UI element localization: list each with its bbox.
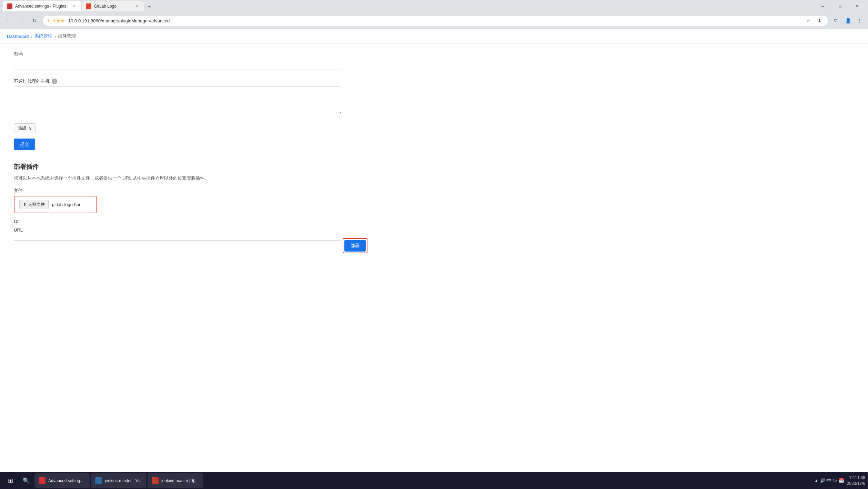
clock-time: 12:11:38 (847, 475, 865, 481)
tab-advanced-settings[interactable]: Advanced settings - Plugins | ✕ (3, 1, 81, 11)
title-bar: Advanced settings - Plugins | ✕ GitLab L… (0, 0, 868, 12)
address-text: 10.0.0.191:8080/manage/pluginManager/adv… (68, 18, 801, 23)
minimize-button[interactable]: ─ (815, 1, 831, 12)
toolbar-right: 🛡 👤 ⋮ (831, 15, 865, 26)
no-proxy-help-icon[interactable]: ? (52, 79, 57, 84)
taskbar-icon-jenkins (39, 477, 46, 484)
password-label: 密码 (14, 51, 854, 57)
breadcrumb-system-management[interactable]: 系统管理 (34, 33, 52, 39)
deploy-button-wrapper: 部署 (343, 238, 367, 253)
extensions-icon[interactable]: 🛡 (831, 15, 842, 26)
address-bar: ← → ↻ ⚠ 不安全 10.0.0.191:8080/manage/plugi… (0, 12, 868, 29)
main-content-area[interactable]: 密码 不通过代理的主机 ? 高级 ∨ 提交 (0, 44, 868, 472)
no-proxy-label: 不通过代理的主机 ? (14, 78, 854, 84)
selected-file-name: gitlab-logo.hpi (52, 202, 80, 207)
clock-date: 2023/12/6 (847, 481, 865, 487)
advanced-toggle[interactable]: 高级 ∨ (14, 123, 36, 133)
ime-icon[interactable]: 中 (827, 478, 831, 484)
tab-gitlab-logo[interactable]: GitLab Logo ✕ (82, 1, 144, 11)
maximize-button[interactable]: □ (832, 1, 848, 12)
or-divider: Or (14, 219, 854, 224)
taskbar-icon-jenkins-0 (152, 477, 159, 484)
network-icon[interactable]: ▲ (814, 478, 819, 483)
taskbar-search-button[interactable]: 🔍 (19, 474, 33, 488)
system-tray: ▲ 🔊 中 🛡 📅 (814, 478, 844, 484)
upload-icon: ⬆ (23, 202, 27, 207)
taskbar-item-jenkins-master-0[interactable]: jenkins-master [0]... (148, 473, 203, 488)
back-button[interactable]: ← (3, 15, 14, 26)
tab-close-advanced-settings[interactable]: ✕ (71, 3, 77, 9)
breadcrumb-sep-2: › (54, 34, 56, 39)
start-button[interactable]: ⊞ (3, 473, 18, 488)
taskbar-label-jenkins-master-v: jenkins-master - V... (105, 478, 141, 483)
file-upload-box: ⬆ 选择文件 gitlab-logo.hpi (14, 196, 97, 213)
notification-icon[interactable]: 🛡 (833, 478, 837, 483)
submit-button[interactable]: 提交 (14, 139, 35, 150)
bookmark-icon[interactable]: ☆ (804, 16, 813, 26)
volume-icon[interactable]: 🔊 (820, 478, 826, 483)
tab-bar: Advanced settings - Plugins | ✕ GitLab L… (3, 1, 814, 11)
taskbar-icon-vscode (95, 477, 102, 484)
tab-favicon-jenkins (7, 3, 12, 9)
taskbar-right-area: ▲ 🔊 中 🛡 📅 12:11:38 2023/12/6 (814, 475, 865, 487)
taskbar-item-advanced-settings[interactable]: Advanced setting... (34, 473, 90, 488)
chevron-down-icon: ∨ (29, 126, 32, 131)
breadcrumb-dashboard[interactable]: Dashboard (7, 34, 29, 39)
taskbar-label-jenkins-master-0: jenkins-master [0]... (161, 478, 198, 483)
taskbar: ⊞ 🔍 Advanced setting... jenkins-master -… (0, 472, 868, 489)
tab-favicon-gitlab (86, 3, 91, 9)
close-button[interactable]: ✕ (849, 1, 865, 12)
forward-button[interactable]: → (16, 15, 27, 26)
window-controls: ─ □ ✕ (815, 1, 865, 12)
form-section-password: 密码 (14, 51, 854, 70)
breadcrumb-plugin-management: 插件管理 (58, 33, 76, 39)
advanced-toggle-label: 高级 (18, 125, 27, 131)
datetime-icon: 📅 (839, 478, 844, 483)
deploy-section-title: 部署插件 (14, 163, 854, 171)
password-input[interactable] (14, 59, 341, 70)
menu-icon[interactable]: ⋮ (854, 15, 865, 26)
address-icons: ☆ ⬇ (804, 16, 824, 26)
security-warning-icon: ⚠ (47, 18, 50, 23)
security-warning-text: 不安全 (52, 18, 65, 24)
reload-button[interactable]: ↻ (29, 15, 40, 26)
taskbar-item-jenkins-master-v[interactable]: jenkins-master - V... (91, 473, 146, 488)
breadcrumb-sep-1: › (31, 34, 32, 39)
no-proxy-textarea[interactable] (14, 86, 341, 114)
taskbar-clock: 12:11:38 2023/12/6 (847, 475, 865, 487)
page-content: Dashboard › 系统管理 › 插件管理 密码 不通过代理的主机 ? (0, 29, 868, 472)
download-icon[interactable]: ⬇ (815, 16, 824, 26)
tab-label-gitlab-logo: GitLab Logo (94, 4, 131, 9)
submit-section: 提交 (14, 139, 854, 150)
url-input[interactable] (14, 240, 341, 251)
profile-icon[interactable]: 👤 (842, 15, 854, 26)
breadcrumb: Dashboard › 系统管理 › 插件管理 (0, 29, 868, 44)
address-input[interactable]: ⚠ 不安全 10.0.0.191:8080/manage/pluginManag… (42, 15, 829, 26)
file-upload-label: 文件 (14, 187, 854, 194)
choose-file-button[interactable]: ⬆ 选择文件 (19, 200, 49, 209)
tab-close-gitlab-logo[interactable]: ✕ (134, 3, 140, 9)
tab-label-advanced-settings: Advanced settings - Plugins | (15, 4, 69, 9)
choose-file-label: 选择文件 (28, 202, 45, 207)
new-tab-button[interactable]: + (144, 2, 154, 11)
deploy-section-desc: 您可以从本地系统中选择一个插件文件，或者提供一个 URL 从中央插件仓库以外的位… (14, 175, 854, 181)
taskbar-label-advanced-settings: Advanced setting... (48, 478, 83, 483)
browser-frame: Advanced settings - Plugins | ✕ GitLab L… (0, 0, 868, 489)
deploy-section: 部署插件 您可以从本地系统中选择一个插件文件，或者提供一个 URL 从中央插件仓… (14, 163, 854, 257)
url-label: URL (14, 227, 854, 233)
form-section-no-proxy: 不通过代理的主机 ? (14, 78, 854, 115)
deploy-button[interactable]: 部署 (344, 240, 366, 252)
